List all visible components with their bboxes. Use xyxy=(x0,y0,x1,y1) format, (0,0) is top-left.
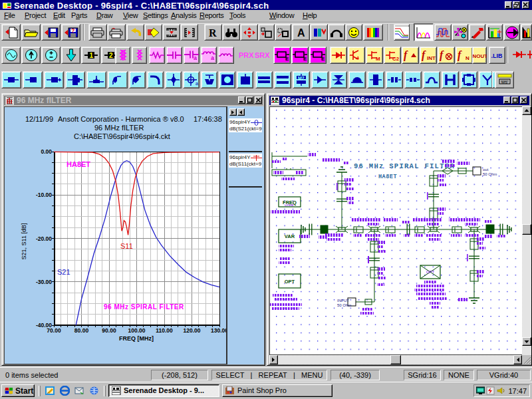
svg-text:?: ? xyxy=(71,27,75,34)
svg-text:S11: S11 xyxy=(120,242,133,250)
svg-text:S21, S11 [dB]: S21, S11 [dB] xyxy=(21,223,27,260)
svg-text:E: E xyxy=(285,56,289,61)
svg-text:f: f xyxy=(458,49,462,61)
svg-text:90.00: 90.00 xyxy=(102,327,116,334)
svg-text:50 Ohm: 50 Ohm xyxy=(337,303,351,307)
svg-text:-20.00: -20.00 xyxy=(36,235,52,242)
svg-text:NOUT: NOUT xyxy=(473,53,487,59)
svg-text:C2: C2 xyxy=(392,56,400,61)
svg-text:2: 2 xyxy=(109,52,113,59)
svg-text:80.00: 80.00 xyxy=(74,327,89,334)
svg-text:R: R xyxy=(209,27,217,38)
svg-text:OPT: OPT xyxy=(426,270,435,274)
svg-text:1: 1 xyxy=(89,52,93,59)
svg-text:a: a xyxy=(194,55,198,61)
svg-text:E: E xyxy=(303,56,307,61)
svg-text:110.00: 110.00 xyxy=(156,327,173,334)
svg-text:M: M xyxy=(376,56,380,61)
svg-text:100.00: 100.00 xyxy=(128,327,146,334)
svg-text:INT: INT xyxy=(427,55,436,61)
svg-text:96 MHz SPIRAL FILTER: 96 MHz SPIRAL FILTER xyxy=(104,303,184,311)
svg-text:M2: M2 xyxy=(298,76,305,80)
svg-text:a: a xyxy=(196,81,198,86)
svg-text:INPUT: INPUT xyxy=(337,299,349,303)
svg-text:a: a xyxy=(211,55,215,61)
svg-text:HA8ET: HA8ET xyxy=(378,174,397,180)
svg-text:f: f xyxy=(404,49,408,61)
svg-text:f: f xyxy=(440,49,444,61)
svg-text:120.00: 120.00 xyxy=(184,327,201,334)
svg-text:S21: S21 xyxy=(57,268,70,276)
svg-text:96 MHz SPIRAL FILTER: 96 MHz SPIRAL FILTER xyxy=(354,162,455,170)
svg-text:FREQ [MHz]: FREQ [MHz] xyxy=(119,335,154,342)
svg-text:f: f xyxy=(422,49,426,61)
svg-text:MS: MS xyxy=(501,80,507,84)
svg-text:OPT: OPT xyxy=(285,279,295,285)
svg-text:A: A xyxy=(297,27,305,38)
svg-text:Linear: Linear xyxy=(285,203,294,207)
svg-text:.LIB: .LIB xyxy=(491,53,502,59)
svg-text:VAR: VAR xyxy=(285,233,295,239)
svg-text:N: N xyxy=(466,55,469,61)
svg-text:70.00: 70.00 xyxy=(47,327,61,334)
svg-text:E: E xyxy=(321,56,325,61)
svg-text:HA8ET: HA8ET xyxy=(66,160,90,168)
svg-text:-30.00: -30.00 xyxy=(36,279,52,285)
svg-text:out: out xyxy=(483,168,489,172)
svg-text:50 Ohm: 50 Ohm xyxy=(483,172,497,176)
svg-text:-10.00: -10.00 xyxy=(36,192,52,198)
svg-text:0.00: 0.00 xyxy=(41,148,52,155)
